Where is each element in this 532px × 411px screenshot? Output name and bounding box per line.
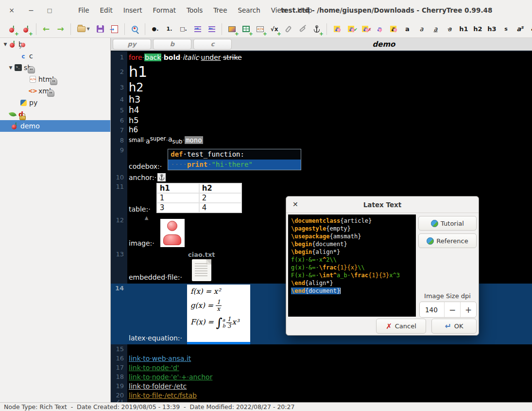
- menu-insert[interactable]: Insert: [118, 4, 148, 16]
- node-link[interactable]: link·to·node·'d': [129, 364, 179, 372]
- menu-tools[interactable]: Tools: [181, 4, 208, 16]
- insert-codebox-button[interactable]: +: [254, 23, 266, 35]
- color-apply-button[interactable]: a✔: [345, 23, 357, 35]
- editor-line[interactable]: 17link·to·node·'d': [111, 363, 532, 372]
- new-node-button[interactable]: +: [6, 23, 18, 35]
- editor-line[interactable]: 19link·to·folder·/etc: [111, 381, 532, 391]
- tree-node-py[interactable]: py: [0, 97, 110, 108]
- strikethrough-button[interactable]: a: [444, 23, 456, 35]
- editor-line[interactable]: 5h4: [111, 105, 532, 115]
- dpi-decrement-button[interactable]: −: [444, 302, 460, 317]
- table-cell[interactable]: 4: [199, 203, 241, 213]
- table-header-cell[interactable]: h2: [199, 183, 241, 193]
- bookmark-button-py[interactable]: py: [113, 39, 151, 50]
- go-forward-button[interactable]: →: [54, 23, 67, 35]
- table-cell[interactable]: 2: [199, 193, 241, 203]
- superscript-button[interactable]: as: [514, 23, 526, 35]
- tree-node-b[interactable]: ▼ b: [0, 38, 110, 50]
- reference-button[interactable]: Reference: [418, 233, 477, 248]
- cancel-button[interactable]: ✗Cancel: [376, 319, 426, 334]
- window-maximize-icon[interactable]: □: [45, 7, 54, 14]
- anchor-object[interactable]: [157, 173, 166, 181]
- table-object[interactable]: h1h2 12 34: [156, 183, 242, 213]
- italic-button[interactable]: a: [415, 23, 428, 35]
- editor-line[interactable]: 4h3: [111, 94, 532, 105]
- bold-button[interactable]: a: [401, 23, 413, 35]
- editor-line[interactable]: 18link·to·node·'e'·+·anchor: [111, 372, 532, 381]
- bookmark-button-c[interactable]: c: [193, 39, 232, 50]
- latex-source-editor[interactable]: \documentclass{article} \pagestyle{empty…: [288, 214, 416, 317]
- dialog-close-icon[interactable]: ✕: [292, 200, 298, 208]
- expander-icon[interactable]: ▼: [2, 42, 8, 47]
- editor-line[interactable]: 1 fore·back·bold·italic·under·strike: [111, 52, 532, 63]
- tree-node-html[interactable]: html: [0, 73, 110, 85]
- window-minimize-icon[interactable]: −: [26, 6, 36, 14]
- ok-button[interactable]: ↵OK: [431, 319, 477, 334]
- bullet-list-button[interactable]: ●.: [149, 23, 161, 35]
- menu-edit[interactable]: Edit: [95, 4, 118, 16]
- save-button[interactable]: [94, 23, 106, 35]
- insert-link-button[interactable]: [296, 23, 309, 35]
- unindent-button[interactable]: [206, 23, 218, 35]
- menu-search[interactable]: Search: [232, 4, 265, 16]
- node-anchor-link[interactable]: link·to·node·'e'·+·anchor: [129, 373, 212, 381]
- subscript-button[interactable]: as: [528, 23, 532, 35]
- editor-line[interactable]: 20link·to·file·/etc/fstab: [111, 391, 532, 400]
- color-clear-button[interactable]: a✗: [359, 23, 371, 35]
- attach-file-button[interactable]: [282, 23, 294, 35]
- insert-table-button[interactable]: +: [240, 23, 252, 35]
- insert-anchor-button[interactable]: +: [310, 23, 323, 35]
- embedded-file-object[interactable]: ciao.txt: [188, 251, 215, 281]
- folder-link[interactable]: link·to·folder·/etc: [129, 382, 187, 390]
- new-subnode-button[interactable]: +: [20, 23, 32, 35]
- table-cell[interactable]: 1: [157, 193, 199, 203]
- find-button[interactable]: [129, 23, 141, 35]
- underline-button[interactable]: a: [429, 23, 442, 35]
- dpi-value-field[interactable]: 140: [420, 302, 444, 317]
- table-cell[interactable]: 3: [157, 203, 199, 213]
- image-object[interactable]: ▲: [160, 219, 185, 247]
- tree-node-xml[interactable]: xml: [0, 85, 110, 97]
- editor-line[interactable]: 16link·to·web·ansa.it: [111, 354, 532, 363]
- color-picker-button[interactable]: a: [331, 23, 343, 35]
- menu-tree[interactable]: Tree: [208, 4, 232, 16]
- indent-button[interactable]: [191, 23, 204, 35]
- tutorial-button[interactable]: Tutorial: [418, 216, 477, 231]
- editor-line[interactable]: 15: [111, 344, 532, 354]
- h2-button[interactable]: h2: [472, 23, 484, 35]
- editor-line[interactable]: 8 small·asuper·asub·mono: [111, 135, 532, 145]
- insert-latex-button[interactable]: √x+: [268, 23, 280, 35]
- file-link[interactable]: link·to·file·/etc/fstab: [129, 392, 197, 399]
- tree-node-c[interactable]: c c: [0, 50, 110, 62]
- background-color-button[interactable]: a: [387, 23, 399, 35]
- codebox-object[interactable]: def·test_function: ····print·"hi·there": [168, 149, 301, 170]
- h1-button[interactable]: h1: [458, 23, 470, 35]
- tree-node-demo[interactable]: demo: [0, 120, 110, 132]
- insert-image-button[interactable]: +: [226, 23, 238, 35]
- open-file-button[interactable]: ▼: [75, 23, 92, 35]
- editor-line[interactable]: 2h1: [111, 63, 532, 81]
- table-header-cell[interactable]: h1: [157, 183, 199, 193]
- editor-line[interactable]: 9 codebox:· def·test_function: ····print…: [111, 145, 532, 173]
- go-back-button[interactable]: →: [40, 23, 52, 35]
- editor-line[interactable]: 3h2: [111, 81, 532, 94]
- save-as-button[interactable]: [108, 23, 120, 35]
- tree-node-d[interactable]: d: [0, 108, 110, 120]
- h3-button[interactable]: h3: [486, 23, 498, 35]
- tree-node-sh[interactable]: ▼ sh: [0, 62, 110, 73]
- bookmark-button-b[interactable]: b: [153, 39, 191, 50]
- web-link[interactable]: link·to·web·ansa.it: [129, 355, 191, 362]
- editor-line[interactable]: 21: [111, 400, 532, 402]
- small-button[interactable]: s: [500, 23, 512, 35]
- menu-format[interactable]: Format: [147, 4, 181, 16]
- editor-line[interactable]: 10 anchor:·: [111, 173, 532, 182]
- window-close-icon[interactable]: ×: [7, 6, 17, 14]
- latex-equation-object[interactable]: f(x) = x² g(x) = 1x F(x) = ∫ab13x³: [187, 285, 250, 342]
- dpi-increment-button[interactable]: +: [460, 302, 476, 317]
- editor-line[interactable]: 6h5: [111, 115, 532, 125]
- todo-list-button[interactable]: □.: [177, 23, 189, 35]
- foreground-color-button[interactable]: a: [373, 23, 385, 35]
- numbered-list-button[interactable]: 1.: [163, 23, 175, 35]
- menu-file[interactable]: File: [73, 4, 95, 16]
- expander-icon[interactable]: ▼: [8, 65, 14, 70]
